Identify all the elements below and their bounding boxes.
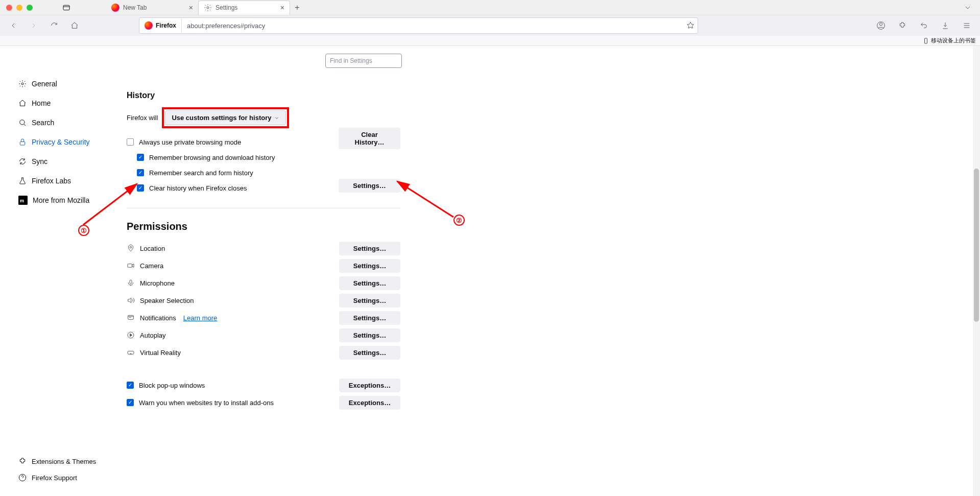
sidebar-item-extensions[interactable]: Extensions & Themes (18, 453, 127, 469)
block-popups-checkbox[interactable] (127, 382, 134, 389)
close-tab-icon[interactable]: × (280, 4, 284, 12)
sidebar-item-support[interactable]: Firefox Support (18, 469, 127, 486)
vr-icon (127, 348, 135, 357)
speaker-icon (127, 296, 135, 304)
mozilla-icon: m (18, 196, 28, 205)
new-tab-button[interactable]: + (290, 1, 304, 15)
remember-browsing-checkbox[interactable] (137, 154, 144, 161)
permissions-heading: Permissions (127, 221, 400, 232)
svg-rect-7 (20, 141, 25, 145)
notifications-settings-button[interactable]: Settings… (339, 311, 400, 325)
window-history-icon[interactable] (62, 4, 70, 12)
url-bar[interactable]: Firefox about:preferences#privacy (139, 17, 698, 34)
sidebar-item-home[interactable]: Home (18, 93, 127, 113)
annotation-arrow-2 (392, 176, 459, 222)
sidebar-item-search[interactable]: Search (18, 113, 127, 132)
warn-addons-checkbox[interactable] (127, 399, 134, 406)
sidebar-item-label: Firefox Support (32, 474, 77, 482)
permission-row-speaker: Speaker Selection Settings… (127, 292, 400, 309)
bookmark-star-button[interactable] (683, 21, 698, 30)
dropdown-value: Use custom settings for history (172, 114, 271, 122)
location-icon (127, 244, 135, 252)
permission-label: Speaker Selection (140, 297, 194, 304)
vr-settings-button[interactable]: Settings… (339, 346, 400, 360)
permission-row-microphone: Microphone Settings… (127, 274, 400, 292)
permission-row-notifications: Notifications Learn more Settings… (127, 309, 400, 326)
permission-row-vr: Virtual Reality Settings… (127, 344, 400, 361)
svg-text:m: m (20, 198, 24, 203)
undo-button[interactable] (917, 18, 931, 33)
annotation-number-2: ② (453, 215, 465, 226)
clear-on-close-settings-button[interactable]: Settings… (339, 179, 400, 193)
lock-icon (18, 138, 27, 146)
identity-box[interactable]: Firefox (139, 18, 182, 33)
camera-settings-button[interactable]: Settings… (339, 259, 400, 273)
bookmarks-toolbar: 移动设备上的书签 (0, 36, 980, 46)
tab-strip: New Tab × Settings × + (106, 1, 304, 15)
private-browsing-checkbox[interactable] (127, 138, 134, 146)
scrollbar-thumb[interactable] (974, 169, 979, 322)
account-button[interactable] (874, 18, 888, 33)
app-menu-button[interactable] (960, 18, 974, 33)
content-area: General Home Search Privacy & Security S… (0, 46, 980, 496)
sidebar-item-labs[interactable]: Firefox Labs (18, 171, 127, 191)
sidebar-item-label: Sync (32, 157, 47, 166)
forward-button[interactable] (27, 18, 41, 33)
checkbox-label: Always use private browsing mode (139, 138, 241, 146)
permission-label: Location (140, 245, 165, 252)
all-tabs-button[interactable] (962, 2, 974, 14)
tab-settings[interactable]: Settings × (198, 1, 290, 15)
clear-on-close-checkbox[interactable] (137, 184, 144, 192)
settings-search-input[interactable]: Find in Settings (325, 54, 402, 68)
close-tab-icon[interactable]: × (189, 4, 193, 12)
microphone-icon (127, 279, 135, 287)
toolbar-right (874, 18, 974, 33)
bookmarks-mobile-label[interactable]: 移动设备上的书签 (931, 37, 976, 44)
svg-rect-16 (128, 351, 134, 354)
permission-label: Autoplay (140, 332, 166, 339)
checkbox-label: Remember search and form history (149, 169, 253, 177)
sidebar-item-label: Home (32, 99, 51, 107)
save-to-pocket-button[interactable] (938, 18, 952, 33)
speaker-settings-button[interactable]: Settings… (339, 294, 400, 308)
checkbox-label: Remember browsing and download history (149, 154, 275, 161)
help-icon (18, 474, 27, 482)
checkbox-label: Warn you when websites try to install ad… (139, 399, 274, 407)
maximize-window-button[interactable] (27, 5, 33, 11)
sidebar-item-more-mozilla[interactable]: m More from Mozilla (18, 191, 127, 210)
flask-icon (18, 177, 27, 185)
svg-point-11 (130, 246, 131, 248)
search-icon (18, 119, 27, 127)
history-mode-dropdown[interactable]: Use custom settings for history (165, 110, 286, 125)
annotation-highlight: Use custom settings for history (162, 107, 289, 128)
permission-row-camera: Camera Settings… (127, 257, 400, 274)
history-section: History Firefox will Use custom settings… (127, 91, 400, 411)
location-settings-button[interactable]: Settings… (339, 242, 400, 255)
microphone-settings-button[interactable]: Settings… (339, 276, 400, 290)
clear-history-button[interactable]: Clear History… (339, 128, 400, 149)
svg-point-1 (207, 7, 209, 9)
firefox-icon (145, 21, 153, 30)
learn-more-link[interactable]: Learn more (183, 314, 217, 322)
autoplay-icon (127, 331, 135, 339)
sidebar-item-label: Privacy & Security (32, 138, 90, 146)
popups-exceptions-button[interactable]: Exceptions… (339, 379, 400, 392)
url-text: about:preferences#privacy (182, 22, 683, 30)
autoplay-settings-button[interactable]: Settings… (339, 328, 400, 342)
minimize-window-button[interactable] (16, 5, 22, 11)
home-button[interactable] (67, 18, 82, 33)
extensions-button[interactable] (895, 18, 910, 33)
sidebar-item-sync[interactable]: Sync (18, 152, 127, 171)
scrollbar[interactable] (973, 46, 980, 496)
sidebar-item-privacy[interactable]: Privacy & Security (18, 132, 127, 152)
back-button[interactable] (6, 18, 20, 33)
remember-search-checkbox[interactable] (137, 169, 144, 176)
svg-point-5 (21, 83, 23, 85)
reload-button[interactable] (47, 18, 61, 33)
close-window-button[interactable] (6, 5, 12, 11)
sidebar-item-general[interactable]: General (18, 74, 127, 93)
svg-line-18 (397, 181, 453, 217)
settings-sidebar: General Home Search Privacy & Security S… (0, 46, 127, 496)
addons-exceptions-button[interactable]: Exceptions… (339, 396, 400, 410)
tab-new-tab[interactable]: New Tab × (106, 1, 198, 15)
